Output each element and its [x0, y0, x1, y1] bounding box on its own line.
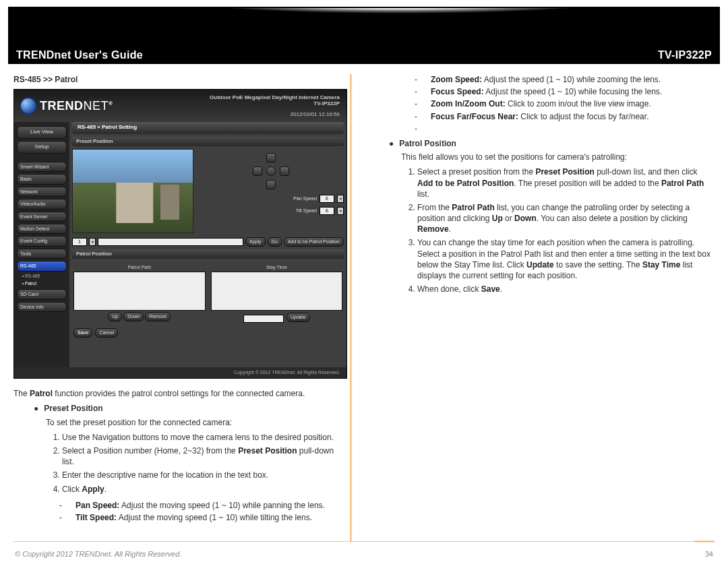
- pan-speed-dropdown-icon[interactable]: ▾: [337, 195, 344, 203]
- arrow-down-icon[interactable]: [266, 180, 276, 189]
- tilt-speed-label: Tilt Speed: [270, 208, 317, 214]
- right-dash-list: -Zoom Speed: Adjust the speed (1 ~ 10) w…: [408, 74, 715, 134]
- page-number: 34: [705, 550, 713, 558]
- nav-event-config[interactable]: Event Config: [17, 236, 67, 246]
- nav-motion-detect[interactable]: Motion Detect: [17, 224, 67, 234]
- preset-name-textbox[interactable]: [98, 238, 243, 246]
- tilt-speed-dropdown-icon[interactable]: ▾: [337, 207, 344, 215]
- camera-subtitle: Outdoor PoE Megapixel Day/Night Internet…: [210, 94, 340, 118]
- go-button[interactable]: Go: [268, 237, 282, 246]
- nav-sdcard[interactable]: SD Card: [17, 289, 67, 299]
- tilt-speed-value[interactable]: 6: [320, 207, 334, 215]
- camera-ui-screenshot: TRENDNET® Outdoor PoE Megapixel Day/Nigh…: [13, 89, 347, 379]
- header-title-left: TRENDnet User's Guide: [16, 49, 143, 61]
- footer-copyright: © Copyright 2012 TRENDnet. All Rights Re…: [15, 550, 181, 558]
- dash-focus-farnear: -Focus Far/Focus Near: Click to adjust t…: [423, 111, 715, 122]
- cancel-button[interactable]: Cancel: [95, 328, 118, 337]
- footer-divider: [13, 541, 715, 542]
- preset-step-3: Enter the descriptive name for the locat…: [62, 470, 347, 480]
- ui-footer-copyright: Copyright © 2012 TRENDnet. All Rights Re…: [14, 367, 346, 378]
- preset-dash-list: -Pan Speed: Adjust the moving speed (1 ~…: [53, 500, 347, 523]
- patrol-step-2: From the Patrol Path list, you can chang…: [417, 202, 715, 235]
- brand-logo: TRENDNET®: [21, 98, 113, 114]
- header-title-right: TV-IP322P: [658, 49, 712, 61]
- up-button[interactable]: Up: [108, 312, 122, 321]
- nav-network[interactable]: Network: [17, 187, 67, 197]
- live-preview: [72, 149, 193, 233]
- arrow-right-icon[interactable]: [280, 166, 289, 176]
- preset-steps-list: Use the Navigation buttons to move the c…: [47, 432, 347, 495]
- nav-event-server[interactable]: Event Server: [17, 212, 67, 222]
- nav-rs485[interactable]: RS-485: [17, 261, 67, 271]
- update-button[interactable]: Update: [286, 313, 310, 321]
- pan-speed-label: Pan Speed: [270, 195, 317, 201]
- apply-button[interactable]: Apply: [245, 237, 266, 246]
- setup-button[interactable]: Setup: [17, 141, 67, 154]
- stay-time-textbox[interactable]: [243, 315, 284, 323]
- remove-button[interactable]: Remove: [145, 312, 171, 321]
- stay-time-list[interactable]: [211, 272, 343, 311]
- ui-main-panel: RS-485 » Patrol Setting Preset Position: [69, 122, 346, 367]
- preset-position-heading: ●Preset Position: [34, 403, 347, 414]
- dash-zoom-speed: -Zoom Speed: Adjust the speed (1 ~ 10) w…: [423, 74, 715, 85]
- nav-pad: [251, 152, 291, 191]
- pan-speed-value[interactable]: 6: [320, 195, 334, 203]
- nav-tools[interactable]: Tools: [17, 249, 67, 259]
- patrol-intro-paragraph: The Patrol function provides the patrol …: [13, 388, 347, 399]
- ui-sidebar: Live View Setup Smart Wizard Basic Netwo…: [14, 122, 69, 367]
- page-header: TRENDnet User's Guide TV-IP322P: [8, 7, 720, 64]
- patrol-step-1: Select a preset position from the Preset…: [417, 166, 715, 199]
- nav-device-info[interactable]: Device Info: [17, 302, 67, 312]
- dash-tilt-speed: -Tilt Speed: Adjust the moving speed (1 …: [67, 512, 347, 523]
- dash-focus-speed: -Focus Speed: Adjust the speed (1 ~ 10) …: [423, 86, 715, 97]
- patrol-step-4: When done, click Save.: [417, 284, 715, 294]
- dash-empty: -: [423, 123, 715, 134]
- ui-breadcrumb: RS-485 » Patrol Setting: [72, 122, 344, 134]
- rs485-patrol-heading: RS-485 >> Patrol: [13, 74, 347, 85]
- globe-icon: [21, 98, 36, 113]
- stay-time-label: Stay Time: [266, 264, 287, 270]
- nav-video-audio[interactable]: Video/Audio: [17, 199, 67, 209]
- preset-step-1: Use the Navigation buttons to move the c…: [62, 432, 347, 443]
- arrow-left-icon[interactable]: [253, 166, 262, 176]
- patrol-steps-list: Select a preset position from the Preset…: [402, 166, 715, 294]
- patrol-intro: This field allows you to set the positio…: [401, 152, 715, 162]
- subnav-rs485[interactable]: • RS-485: [17, 274, 67, 280]
- footer-accent: [694, 541, 715, 542]
- header-curve: [9, 8, 719, 52]
- add-patrol-button[interactable]: Add to be Patrol Position: [284, 237, 344, 246]
- subnav-patrol[interactable]: • Patrol: [17, 281, 67, 287]
- preset-number-dropdown-icon[interactable]: ▾: [89, 238, 96, 246]
- dash-zoom-inout: -Zoom In/Zoom Out: Click to zoom in/out …: [423, 98, 715, 109]
- dash-pan-speed: -Pan Speed: Adjust the moving speed (1 ~…: [67, 500, 347, 511]
- nav-smart-wizard[interactable]: Smart Wizard: [17, 162, 67, 172]
- nav-home-icon[interactable]: [266, 166, 276, 176]
- preset-intro: To set the preset position for the conne…: [46, 417, 347, 428]
- patrol-path-list[interactable]: [73, 272, 206, 311]
- patrol-path-label: Patrol Path: [127, 264, 151, 270]
- nav-basic[interactable]: Basic: [17, 174, 67, 184]
- preset-number-select[interactable]: 1: [72, 238, 87, 246]
- preset-step-2: Select a Position number (Home, 2~32) fr…: [62, 445, 347, 467]
- patrol-step-3: You can change the stay time for each po…: [417, 237, 715, 281]
- save-button[interactable]: Save: [73, 328, 92, 337]
- down-button[interactable]: Down: [123, 312, 144, 321]
- patrol-position-heading: ●Patrol Position: [389, 138, 715, 149]
- preset-position-title: Preset Position: [72, 137, 344, 146]
- patrol-position-title: Patrol Position: [72, 249, 344, 259]
- liveview-button[interactable]: Live View: [17, 126, 67, 139]
- preset-step-4: Click Apply.: [62, 484, 347, 495]
- arrow-up-icon[interactable]: [266, 153, 276, 162]
